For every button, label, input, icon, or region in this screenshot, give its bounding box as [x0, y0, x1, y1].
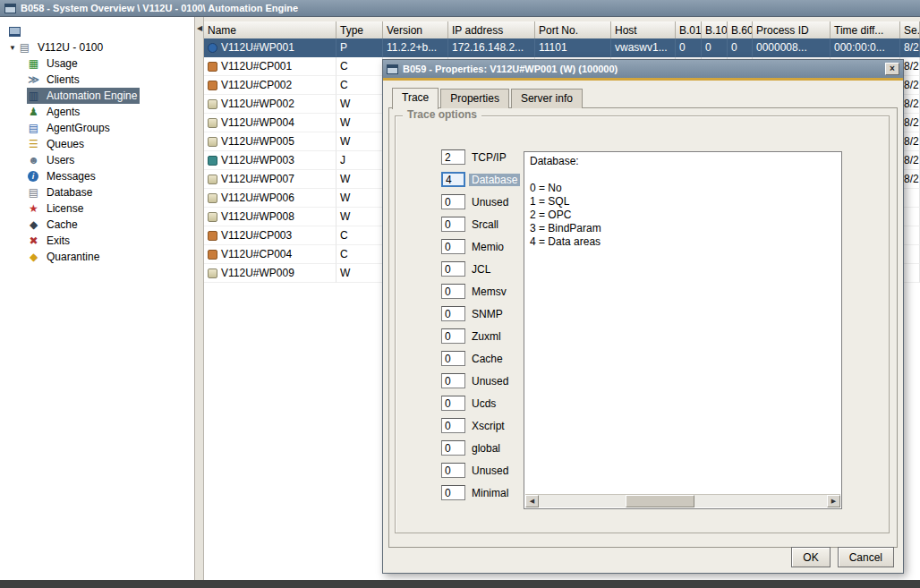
trace-options-groupbox: Trace options TCP/IPDatabaseUnusedSrcall…: [395, 115, 890, 533]
cell-type: C: [336, 226, 383, 245]
tab-server-info[interactable]: Server info: [511, 89, 583, 108]
column-header-type[interactable]: Type: [336, 21, 383, 38]
sidebar-item-quarantine[interactable]: ◆Quarantine: [27, 249, 102, 265]
column-header-se[interactable]: Se...: [900, 21, 920, 38]
sidebar-item-users[interactable]: ☻Users: [27, 152, 77, 168]
trace-field-label[interactable]: Ucds: [472, 397, 496, 410]
trace-input-database[interactable]: [441, 172, 465, 187]
trace-field-label[interactable]: Zuxml: [472, 330, 501, 343]
window-bottom-edge: [0, 580, 920, 588]
cell-process_id: 0000008...: [753, 38, 831, 57]
cell-name: V112U#WP001: [204, 38, 336, 57]
tab-properties[interactable]: Properties: [440, 89, 509, 108]
scrollbar-thumb[interactable]: [626, 495, 694, 507]
collapse-left-icon[interactable]: ◀: [195, 24, 204, 32]
trace-field-label[interactable]: Unused: [472, 464, 508, 477]
trace-field-label[interactable]: SNMP: [472, 308, 503, 320]
trace-input-zuxml[interactable]: [441, 328, 465, 344]
trace-field-label[interactable]: Database: [469, 174, 520, 186]
trace-field-label[interactable]: Cache: [472, 353, 503, 365]
agentgroups-icon: ▤: [27, 122, 40, 135]
column-header-name[interactable]: Name: [204, 21, 336, 38]
trace-input-snmp[interactable]: [441, 306, 465, 321]
trace-input-memio[interactable]: [441, 239, 465, 254]
dialog-titlebar[interactable]: B059 - Properties: V112U#WP001 (W) (1000…: [383, 60, 903, 78]
sidebar-item-automation-engine[interactable]: ▥Automation Engine: [27, 88, 140, 104]
trace-input-jcl[interactable]: [441, 261, 465, 277]
column-header-b10[interactable]: B.10: [702, 21, 728, 38]
license-icon: ★: [27, 202, 40, 216]
cell-type: W: [336, 170, 383, 189]
trace-field-label[interactable]: Xscript: [472, 420, 505, 432]
trace-field-label[interactable]: Unused: [472, 375, 508, 388]
sidebar-item-label: Messages: [44, 169, 98, 183]
cell-version: 11.2.2+b...: [383, 38, 448, 57]
trace-input-cache[interactable]: [441, 351, 465, 366]
column-header-host[interactable]: Host: [611, 21, 676, 38]
scroll-right-icon[interactable]: ▶: [827, 495, 840, 507]
process-type-icon: [208, 43, 217, 53]
column-header-ip[interactable]: IP address: [448, 21, 535, 38]
trace-input-memsv[interactable]: [441, 284, 465, 299]
ok-button[interactable]: OK: [791, 547, 830, 567]
table-row[interactable]: V112U#WP001P11.2.2+b...172.16.148.2...11…: [204, 38, 920, 57]
cell-name: V112U#WP004: [204, 114, 336, 132]
column-header-version[interactable]: Version: [383, 21, 448, 38]
sidebar-item-label: Usage: [44, 56, 81, 71]
trace-field-label[interactable]: JCL: [472, 263, 490, 276]
cancel-button[interactable]: Cancel: [838, 547, 894, 567]
column-header-time_diff[interactable]: Time diff...: [831, 21, 900, 38]
cell-type: J: [336, 151, 383, 170]
trace-input-unused[interactable]: [441, 194, 465, 209]
sidebar-item-queues[interactable]: ☰Queues: [27, 136, 87, 152]
trace-input-ucds[interactable]: [441, 396, 465, 411]
trace-input-global[interactable]: [441, 440, 465, 456]
trace-field-row: JCL: [441, 258, 520, 280]
trace-field-row: Unused: [441, 459, 520, 481]
trace-input-unused[interactable]: [441, 463, 465, 478]
accent-divider: [383, 78, 903, 81]
process-type-icon: [208, 212, 217, 222]
trace-field-label[interactable]: Memio: [472, 241, 504, 253]
column-header-b60[interactable]: B.60: [728, 21, 753, 38]
cell-port: 11101: [535, 38, 611, 57]
scroll-left-icon[interactable]: ◀: [525, 495, 539, 507]
tree-root-node[interactable]: [9, 23, 24, 39]
dialog-tabs: Trace Properties Server info: [392, 88, 584, 108]
trace-field-row: Unused: [441, 191, 520, 213]
trace-input-tcp-ip[interactable]: [441, 149, 465, 165]
scrollbar-track[interactable]: [539, 495, 827, 507]
tree-system-node[interactable]: ▼ ▤ V112U - 0100: [7, 39, 106, 55]
horizontal-scrollbar[interactable]: ◀ ▶: [525, 494, 840, 507]
sidebar-item-clients[interactable]: ≫Clients: [27, 72, 82, 88]
sidebar-splitter[interactable]: ◀: [195, 17, 204, 580]
sidebar-item-agentgroups[interactable]: ▤AgentGroups: [27, 120, 113, 136]
trace-input-xscript[interactable]: [441, 418, 465, 433]
trace-field-row: global: [441, 437, 520, 459]
sidebar-item-cache[interactable]: ◆Cache: [27, 217, 81, 233]
tab-trace[interactable]: Trace: [392, 88, 439, 109]
sidebar-item-exits[interactable]: ✖Exits: [27, 233, 72, 249]
column-header-process_id[interactable]: Process ID: [753, 21, 831, 38]
trace-field-label[interactable]: global: [472, 442, 500, 455]
column-header-b01[interactable]: B.01: [676, 21, 702, 38]
sidebar-item-database[interactable]: ▤Database: [27, 184, 95, 200]
trace-input-minimal[interactable]: [441, 485, 465, 500]
column-header-port[interactable]: Port No.: [535, 21, 611, 38]
expander-down-icon[interactable]: ▼: [7, 44, 18, 52]
cell-name: V112U#WP009: [204, 264, 336, 283]
trace-field-label[interactable]: Unused: [472, 196, 508, 209]
trace-field-label[interactable]: Srcall: [472, 218, 498, 231]
sidebar-item-label: Automation Engine: [44, 89, 140, 103]
sidebar-item-usage[interactable]: ▦Usage: [27, 55, 81, 72]
trace-field-label[interactable]: Minimal: [472, 487, 508, 499]
trace-field-label[interactable]: TCP/IP: [472, 151, 507, 164]
sidebar-item-messages[interactable]: iMessages: [27, 168, 98, 184]
trace-input-srcall[interactable]: [441, 217, 465, 232]
sidebar-item-agents[interactable]: ♟Agents: [27, 104, 82, 120]
sidebar-item-license[interactable]: ★License: [27, 200, 86, 217]
close-icon[interactable]: ×: [885, 63, 899, 75]
trace-input-unused[interactable]: [441, 373, 465, 388]
messages-icon: i: [28, 171, 38, 182]
trace-field-label[interactable]: Memsv: [472, 285, 507, 298]
